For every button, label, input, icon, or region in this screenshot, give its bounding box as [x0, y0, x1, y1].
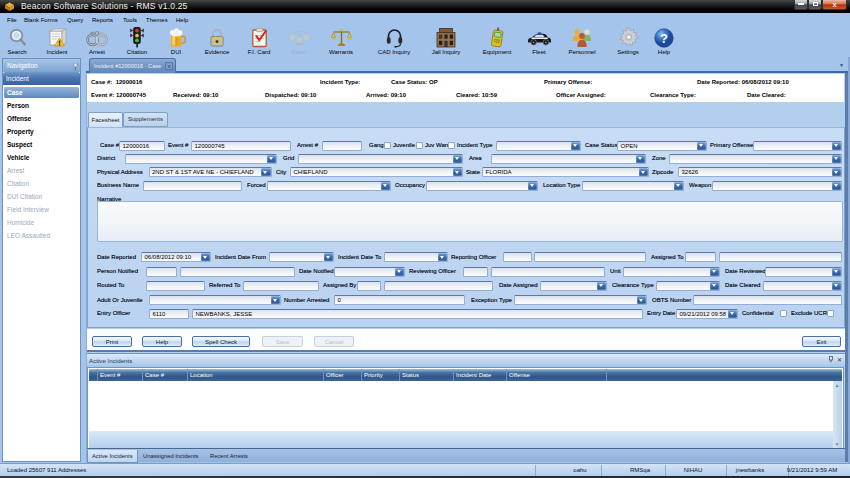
svg-text:?: ? [660, 31, 668, 46]
